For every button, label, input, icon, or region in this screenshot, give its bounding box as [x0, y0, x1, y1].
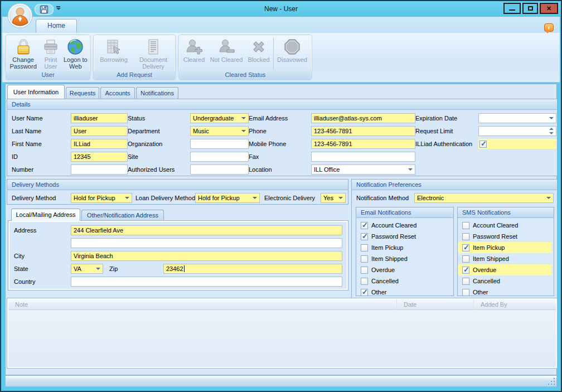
account-cleared-checkbox[interactable]	[361, 222, 368, 229]
authorized-users-field[interactable]	[190, 164, 249, 175]
blocked-button[interactable]: Blocked	[245, 36, 273, 71]
item-shipped-checkbox[interactable]	[361, 255, 368, 263]
overdue-checkbox[interactable]	[462, 267, 469, 274]
mobile-phone-field[interactable]: 123-456-7891	[311, 139, 415, 149]
chevron-down-icon	[338, 197, 343, 199]
checkbox-row: Password Reset	[356, 231, 452, 242]
user-avatar-icon	[7, 3, 33, 28]
authorized-users-label: Authorized Users	[128, 166, 190, 173]
save-icon[interactable]	[40, 5, 49, 14]
tab-local-mailing-address[interactable]: Local/Mailing Address	[11, 209, 80, 221]
notification-method-dropdown[interactable]: Electronic	[414, 193, 554, 203]
password-reset-checkbox[interactable]	[361, 233, 368, 240]
checkbox-row: Password Reset	[458, 231, 552, 242]
id-field[interactable]: 12345	[71, 152, 128, 162]
borrowing-button[interactable]: Borrowing	[95, 36, 133, 71]
tab-home[interactable]: Home	[36, 19, 77, 33]
print-user-button[interactable]: Print User	[39, 36, 62, 71]
status-bar	[5, 375, 557, 387]
zip-field[interactable]: 23462	[163, 264, 342, 274]
delivery-method-dropdown[interactable]: Hold for Pickup	[71, 193, 132, 203]
change-password-button[interactable]: Change Password	[7, 36, 39, 71]
delivery-methods-section: Delivery Methods Delivery Method Hold fo…	[7, 179, 348, 205]
octagon-icon	[284, 37, 301, 56]
city-field[interactable]: Virginia Beach	[71, 251, 342, 261]
other-checkbox[interactable]	[462, 289, 469, 296]
button-label: Borrowing	[100, 56, 128, 63]
request-limit-spinner[interactable]	[478, 126, 556, 136]
first-name-label: First Name	[12, 141, 71, 147]
user-plus-icon	[185, 37, 203, 56]
customize-quick-access-icon[interactable]	[56, 6, 61, 10]
other-checkbox[interactable]	[361, 289, 368, 296]
checkbox-row: Other	[458, 287, 552, 298]
notification-preferences-section: Notification Preferences Notification Me…	[351, 179, 558, 299]
maximize-button[interactable]	[522, 3, 538, 14]
item-pickup-checkbox[interactable]	[462, 244, 469, 251]
account-cleared-checkbox[interactable]	[462, 222, 469, 229]
x-icon	[250, 37, 267, 56]
details-section: Details User Name illiaduser Status Unde…	[7, 99, 558, 176]
phone-field[interactable]: 123-456-7891	[311, 126, 415, 136]
user-name-field[interactable]: illiaduser	[71, 113, 128, 123]
chevron-down-icon	[549, 117, 554, 119]
email-address-field[interactable]: illiaduser@atlas-sys.com	[311, 113, 415, 123]
first-name-field[interactable]: ILLiad	[71, 139, 128, 149]
application-menu-button[interactable]	[7, 3, 33, 28]
tab-other-notification-address[interactable]: Other/Notification Address	[81, 210, 164, 221]
column-header-note[interactable]: Note	[8, 299, 396, 310]
tab-accounts[interactable]: Accounts	[100, 87, 135, 99]
cleared-button[interactable]: Cleared	[180, 36, 208, 71]
country-label: Country	[14, 278, 71, 285]
column-header-date[interactable]: Date	[396, 299, 473, 310]
document-icon	[146, 37, 161, 56]
state-dropdown[interactable]: VA	[71, 264, 103, 274]
spinner-icon	[549, 128, 554, 134]
not-cleared-button[interactable]: Not Cleared	[208, 36, 245, 71]
cancelled-checkbox[interactable]	[361, 278, 368, 285]
checkbox-row: Account Cleared	[356, 220, 452, 231]
electronic-delivery-dropdown[interactable]: Yes	[321, 193, 346, 203]
tab-user-information[interactable]: User Information	[7, 85, 65, 99]
ribbon-group-label-cleared-status: Cleared Status	[179, 71, 312, 80]
illiad-authentication-checkbox[interactable]	[479, 141, 487, 148]
fax-field[interactable]	[311, 152, 415, 162]
cancelled-checkbox[interactable]	[462, 278, 469, 285]
resize-grip[interactable]	[548, 378, 555, 385]
sms-notifications-box: SMS Notifications Account Cleared Passwo…	[457, 207, 554, 296]
loan-delivery-method-dropdown[interactable]: Hold for Pickup	[195, 193, 260, 203]
item-shipped-checkbox[interactable]	[462, 255, 469, 263]
email-notifications-header: Email Notifications	[356, 207, 453, 218]
password-reset-checkbox[interactable]	[462, 233, 469, 240]
item-pickup-checkbox[interactable]	[361, 244, 368, 251]
tab-requests[interactable]: Requests	[66, 87, 99, 99]
department-dropdown[interactable]: Music	[190, 126, 249, 136]
column-header-added-by[interactable]: Added By	[473, 299, 556, 310]
logon-to-web-button[interactable]: Logon to Web	[62, 36, 89, 71]
last-name-field[interactable]: User	[71, 126, 128, 136]
ribbon-group-cleared-status: Cleared Not Cleared	[178, 35, 312, 80]
disavowed-button[interactable]: Disavowed	[274, 36, 310, 71]
address-line2-field[interactable]	[71, 238, 342, 248]
overdue-checkbox[interactable]	[361, 267, 368, 274]
help-icon[interactable]: i	[544, 23, 554, 32]
document-delivery-button[interactable]: Document Delivery	[133, 36, 174, 71]
button-label: Print User	[39, 56, 62, 70]
notification-method-label: Notification Method	[356, 195, 414, 201]
electronic-delivery-label: Electronic Delivery	[264, 195, 321, 201]
tab-notifications[interactable]: Notifications	[136, 87, 178, 99]
site-field[interactable]	[190, 152, 249, 162]
expiration-date-dropdown[interactable]	[478, 113, 556, 123]
number-field[interactable]	[71, 164, 128, 175]
close-button[interactable]: ✕	[540, 3, 558, 14]
location-dropdown[interactable]: ILL Office	[311, 164, 415, 175]
status-dropdown[interactable]: Undergraduate	[190, 113, 249, 123]
organization-field[interactable]	[190, 139, 249, 149]
titlebar[interactable]: New - User	[1, 1, 561, 17]
city-label: City	[14, 253, 71, 259]
country-field[interactable]	[71, 277, 342, 287]
address-field[interactable]: 244 Clearfield Ave	[71, 225, 342, 235]
user-minus-icon	[217, 37, 235, 56]
minimize-button[interactable]	[503, 3, 521, 14]
close-icon: ✕	[546, 5, 551, 12]
